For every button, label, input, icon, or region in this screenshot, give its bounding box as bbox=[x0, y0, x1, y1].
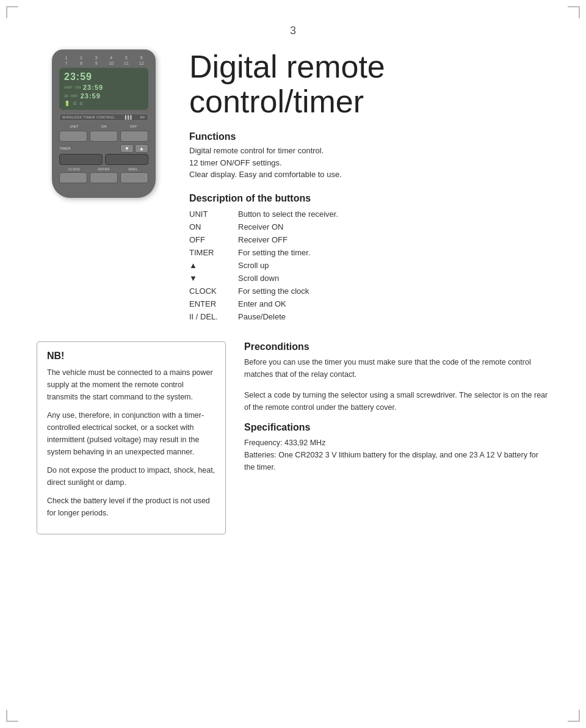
nb-text1: The vehicle must be connected to a mains… bbox=[47, 366, 215, 403]
lcd-on-label: ON bbox=[75, 86, 81, 89]
title-line1: Digital remote bbox=[189, 49, 549, 84]
enter-button[interactable] bbox=[90, 172, 118, 183]
lcd-on-time: 23:59 bbox=[83, 84, 103, 91]
iidel-label: II/DEL. bbox=[118, 167, 148, 171]
num-2: 2 bbox=[74, 56, 89, 60]
num-6: 6 bbox=[134, 56, 148, 60]
functions-line1: Digital remote control for timer control… bbox=[189, 146, 324, 155]
wireless-rf: RF bbox=[140, 115, 145, 119]
desc-value-8: Pause/Delete bbox=[238, 310, 549, 323]
lcd-off-time: 23:59 bbox=[81, 92, 101, 100]
desc-key-4: ▲ bbox=[189, 259, 238, 272]
desc-table-row: OFFReceiver OFF bbox=[189, 233, 549, 246]
num-10: 10 bbox=[104, 61, 118, 65]
desc-value-3: For setting the timer. bbox=[238, 246, 549, 259]
unit-button[interactable] bbox=[59, 131, 87, 142]
timer-section: TIMER ▼ ▲ bbox=[59, 144, 148, 165]
remote-illustration: 1 2 3 4 5 6 7 8 9 10 11 12 23:59 bbox=[52, 49, 156, 198]
top-section: 1 2 3 4 5 6 7 8 9 10 11 12 23:59 bbox=[37, 49, 549, 323]
desc-table-row: ▼Scroll down bbox=[189, 272, 549, 285]
nb-text2: Any use, therefore, in conjunction with … bbox=[47, 409, 215, 458]
clock-label: CLOCK bbox=[59, 167, 89, 171]
functions-text: Digital remote control for timer control… bbox=[189, 145, 549, 181]
iidel-button[interactable] bbox=[120, 172, 148, 183]
preconditions-text1: Before you can use the timer you must ma… bbox=[244, 356, 549, 380]
off-label: OFF bbox=[118, 125, 148, 128]
corner-decoration-tl bbox=[6, 6, 18, 18]
number-grid: 1 2 3 4 5 6 7 8 9 10 11 12 bbox=[59, 56, 148, 65]
lcd-icon-battery: 🔋 bbox=[64, 101, 70, 106]
timer-btn-2[interactable] bbox=[105, 154, 148, 165]
num-8: 8 bbox=[74, 61, 89, 65]
desc-table-row: CLOCKFor setting the clock bbox=[189, 285, 549, 297]
num-9: 9 bbox=[89, 61, 103, 65]
timer-btn-1[interactable] bbox=[59, 154, 103, 165]
num-12: 12 bbox=[134, 61, 148, 65]
specifications-line1: Frequency: 433,92 MHz bbox=[244, 437, 549, 449]
corner-decoration-tr bbox=[568, 6, 580, 18]
num-1: 1 bbox=[59, 56, 73, 60]
unit-on-off-labels: UNIT ON OFF bbox=[59, 125, 148, 128]
remote-container: 1 2 3 4 5 6 7 8 9 10 11 12 23:59 bbox=[37, 49, 171, 198]
functions-section: Functions Digital remote control for tim… bbox=[189, 131, 549, 181]
clock-enter-iidel-buttons bbox=[59, 172, 148, 183]
desc-table-row: II / DEL.Pause/Delete bbox=[189, 310, 549, 323]
lcd-unit-label: UNIT bbox=[64, 86, 73, 89]
num-4: 4 bbox=[104, 56, 118, 60]
nb-text4: Check the battery level if the product i… bbox=[47, 495, 215, 519]
bottom-section: NB! The vehicle must be connected to a m… bbox=[37, 341, 549, 534]
lcd-num: 16 bbox=[64, 94, 68, 98]
lcd-icon-s: S bbox=[79, 101, 82, 106]
desc-table-row: ▲Scroll up bbox=[189, 259, 549, 272]
desc-table-row: TIMERFor setting the timer. bbox=[189, 246, 549, 259]
preconditions-specs-column: Preconditions Before you can use the tim… bbox=[244, 341, 549, 534]
desc-table-row: ONReceiver ON bbox=[189, 220, 549, 233]
scroll-down-button[interactable]: ▼ bbox=[120, 144, 134, 153]
lcd-off-label: OFF bbox=[71, 94, 78, 98]
on-label: ON bbox=[89, 125, 119, 128]
unit-on-off-buttons bbox=[59, 131, 148, 142]
specifications-line2: Batteries: One CR2032 3 V lithium batter… bbox=[244, 449, 549, 473]
off-button[interactable] bbox=[120, 131, 148, 142]
desc-key-1: ON bbox=[189, 220, 238, 233]
num-11: 11 bbox=[120, 61, 134, 65]
corner-decoration-bl bbox=[6, 710, 18, 722]
desc-key-6: CLOCK bbox=[189, 285, 238, 297]
lcd-main-time: 23:59 bbox=[64, 71, 92, 82]
corner-decoration-br bbox=[568, 710, 580, 722]
functions-title: Functions bbox=[189, 131, 549, 142]
desc-value-4: Scroll up bbox=[238, 259, 549, 272]
description-section: Description of the buttons UNITButton to… bbox=[189, 191, 549, 323]
desc-key-3: TIMER bbox=[189, 246, 238, 259]
specifications-title: Specifications bbox=[244, 422, 549, 433]
page-number: 3 bbox=[37, 24, 549, 37]
clock-enter-iidel-labels: CLOCK ENTER II/DEL. bbox=[59, 167, 148, 171]
num-3: 3 bbox=[89, 56, 103, 60]
preconditions-title: Preconditions bbox=[244, 341, 549, 352]
desc-table-row: UNITButton to select the receiver. bbox=[189, 208, 549, 220]
on-button[interactable] bbox=[90, 131, 118, 142]
wireless-signal: ▐▐▐ bbox=[124, 115, 132, 119]
scroll-up-button[interactable]: ▲ bbox=[135, 144, 148, 153]
timer-label: TIMER bbox=[59, 147, 71, 150]
desc-key-8: II / DEL. bbox=[189, 310, 238, 323]
wireless-bar: WIRELESS TIMER CONTROL ▐▐▐ RF bbox=[59, 114, 148, 121]
desc-value-5: Scroll down bbox=[238, 272, 549, 285]
desc-key-5: ▼ bbox=[189, 272, 238, 285]
clock-button[interactable] bbox=[59, 172, 87, 183]
right-section: Digital remote control/timer Functions D… bbox=[189, 49, 549, 323]
wireless-text: WIRELESS TIMER CONTROL bbox=[62, 115, 115, 119]
functions-line3: Clear display. Easy and comfortable to u… bbox=[189, 170, 342, 179]
desc-value-7: Enter and OK bbox=[238, 297, 549, 310]
title-line2: control/timer bbox=[189, 84, 549, 119]
enter-label: ENTER bbox=[89, 167, 119, 171]
functions-line2: 12 timer ON/OFF settings. bbox=[189, 158, 282, 167]
main-title: Digital remote control/timer bbox=[189, 49, 549, 119]
lcd-display: 23:59 UNIT ON 23:59 16 OFF 23:59 🔋 ① bbox=[59, 68, 148, 110]
nb-title: NB! bbox=[47, 351, 215, 362]
nb-column: NB! The vehicle must be connected to a m… bbox=[37, 341, 226, 534]
desc-value-2: Receiver OFF bbox=[238, 233, 549, 246]
desc-key-2: OFF bbox=[189, 233, 238, 246]
nb-box: NB! The vehicle must be connected to a m… bbox=[37, 341, 226, 534]
desc-value-0: Button to select the receiver. bbox=[238, 208, 549, 220]
